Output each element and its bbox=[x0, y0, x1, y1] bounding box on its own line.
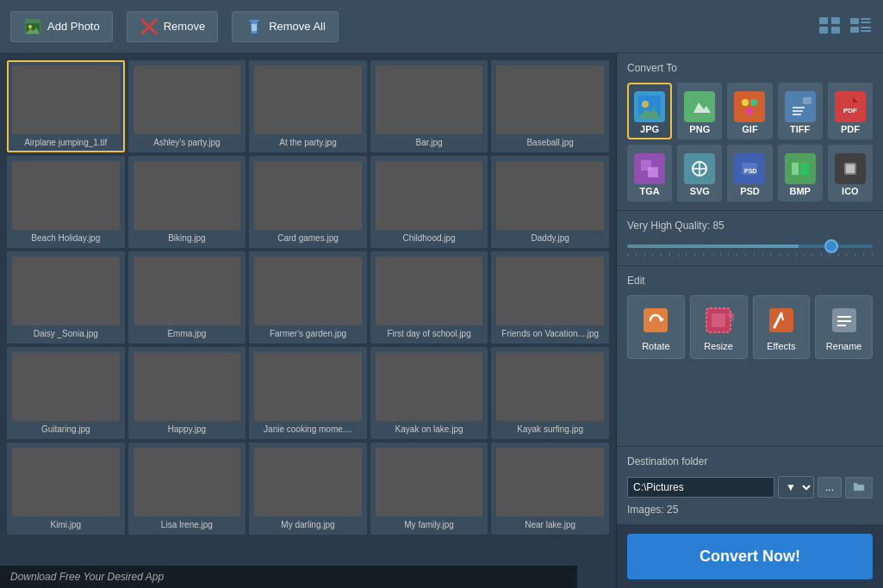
edit-icon-rename bbox=[827, 303, 861, 337]
svg-rect-50 bbox=[800, 163, 809, 175]
slider-tick bbox=[636, 253, 637, 257]
slider-tick bbox=[694, 253, 695, 257]
photo-item[interactable]: Beach Holiday.jpg bbox=[7, 156, 125, 248]
destination-dropdown[interactable]: ▼ bbox=[778, 476, 814, 498]
format-button-pdf[interactable]: PDFPDF bbox=[828, 83, 873, 139]
main-layout: Airplane jumping_1.tifAshley's party.jpg… bbox=[0, 53, 883, 588]
photo-item[interactable]: Guitaring.jpg bbox=[7, 347, 125, 439]
edit-button-effects[interactable]: Effects bbox=[753, 295, 811, 359]
format-icon-png bbox=[684, 91, 715, 122]
remove-icon bbox=[140, 17, 159, 36]
slider-tick bbox=[762, 253, 763, 257]
photo-name: Daddy.jpg bbox=[496, 233, 604, 243]
photo-item[interactable]: First day of school.jpg bbox=[370, 251, 488, 344]
photo-thumbnail bbox=[12, 65, 120, 134]
photo-thumbnail bbox=[134, 448, 241, 517]
grid-view-icon[interactable] bbox=[818, 15, 842, 37]
photo-item[interactable]: Friends on Vacation....jpg bbox=[491, 251, 609, 344]
photo-name: Guitaring.jpg bbox=[12, 424, 120, 434]
photo-thumbnail bbox=[134, 352, 241, 421]
photo-item[interactable]: Card games.jpg bbox=[249, 156, 367, 248]
photo-item[interactable]: Emma.jpg bbox=[128, 251, 246, 344]
photo-item[interactable]: Near lake.jpg bbox=[491, 443, 609, 535]
images-count: Images: 25 bbox=[627, 504, 873, 516]
photo-item[interactable]: Daisy _Sonia.jpg bbox=[7, 251, 125, 344]
photo-item[interactable]: Biking.jpg bbox=[128, 156, 246, 248]
slider-tick bbox=[652, 253, 653, 257]
remove-button[interactable]: Remove bbox=[127, 11, 218, 42]
photo-thumbnail bbox=[496, 352, 604, 421]
photo-item[interactable]: Childhood.jpg bbox=[370, 156, 488, 248]
slider-tick bbox=[745, 253, 746, 257]
remove-all-icon bbox=[245, 17, 264, 36]
format-grid: JPGPNGGIFTIFFPDFPDFTGASVGPSDPSDBMPICO bbox=[627, 83, 873, 201]
svg-rect-12 bbox=[819, 17, 828, 24]
edit-button-resize[interactable]: Resize bbox=[690, 295, 748, 359]
photo-item[interactable]: My family.jpg bbox=[370, 443, 488, 535]
add-photo-button[interactable]: + Add Photo bbox=[10, 11, 113, 42]
format-icon-ico bbox=[835, 153, 866, 184]
edit-button-rotate[interactable]: Rotate bbox=[627, 295, 685, 359]
format-button-svg[interactable]: SVG bbox=[677, 145, 722, 201]
photo-grid-area[interactable]: Airplane jumping_1.tifAshley's party.jpg… bbox=[0, 53, 616, 588]
photo-item[interactable]: Daddy.jpg bbox=[491, 156, 609, 248]
quality-section: Very High Quality: 85 bbox=[617, 211, 883, 266]
slider-tick bbox=[720, 253, 721, 257]
format-label: PDF bbox=[841, 124, 860, 134]
photo-name: First day of school.jpg bbox=[376, 329, 483, 338]
svg-point-29 bbox=[746, 108, 753, 115]
photo-thumbnail bbox=[496, 257, 604, 325]
bottom-bar-text: Download Free Your Desired App bbox=[10, 571, 164, 583]
format-button-tiff[interactable]: TIFF bbox=[778, 83, 823, 139]
browse-button[interactable]: ... bbox=[818, 477, 842, 498]
open-folder-button[interactable] bbox=[845, 477, 873, 498]
photo-item[interactable]: Baseball.jpg bbox=[491, 60, 609, 152]
format-button-gif[interactable]: GIF bbox=[727, 83, 772, 139]
photo-item[interactable]: Bar.jpg bbox=[370, 60, 488, 152]
photo-thumbnail bbox=[376, 448, 483, 517]
view-icons bbox=[818, 15, 873, 37]
photo-item[interactable]: Lisa Irene.jpg bbox=[128, 443, 246, 535]
photo-thumbnail bbox=[376, 65, 483, 134]
edit-icon-effects bbox=[764, 303, 799, 337]
convert-now-button[interactable]: Convert Now! bbox=[627, 534, 873, 579]
destination-input[interactable] bbox=[627, 477, 774, 498]
photo-item[interactable]: Kayak on lake.jpg bbox=[370, 347, 488, 439]
convert-now-section: Convert Now! bbox=[617, 525, 883, 588]
svg-point-23 bbox=[642, 101, 649, 108]
photo-item[interactable]: Kimi.jpg bbox=[7, 443, 125, 535]
format-button-jpg[interactable]: JPG bbox=[627, 83, 672, 139]
photo-name: Biking.jpg bbox=[134, 233, 241, 243]
photo-item[interactable]: Kayak surfing.jpg bbox=[491, 347, 609, 439]
photo-thumbnail bbox=[12, 161, 120, 230]
photo-name: Card games.jpg bbox=[254, 233, 362, 243]
slider-tick bbox=[661, 253, 662, 257]
edit-label: Rotate bbox=[642, 341, 669, 351]
format-button-tga[interactable]: TGA bbox=[627, 145, 672, 201]
remove-all-button[interactable]: Remove All bbox=[232, 11, 339, 42]
svg-rect-16 bbox=[850, 18, 859, 24]
photo-name: Baseball.jpg bbox=[496, 138, 604, 147]
photo-name: Daisy _Sonia.jpg bbox=[12, 329, 120, 338]
slider-tick bbox=[728, 253, 729, 257]
quality-slider[interactable] bbox=[627, 244, 873, 248]
photo-item[interactable]: Happy.jpg bbox=[128, 347, 246, 439]
format-button-png[interactable]: PNG bbox=[677, 83, 722, 139]
photo-item[interactable]: Farmer's garden.jpg bbox=[249, 251, 367, 344]
destination-title: Destination folder bbox=[627, 455, 873, 467]
format-button-ico[interactable]: ICO bbox=[828, 145, 873, 201]
photo-item[interactable]: At the party.jpg bbox=[249, 60, 367, 152]
edit-button-rename[interactable]: Rename bbox=[815, 295, 873, 359]
format-button-bmp[interactable]: BMP bbox=[778, 145, 823, 201]
photo-item[interactable]: Airplane jumping_1.tif bbox=[7, 60, 125, 152]
list-view-icon[interactable] bbox=[849, 15, 873, 37]
photo-item[interactable]: Janie cooking mome.... bbox=[249, 347, 367, 439]
format-button-psd[interactable]: PSDPSD bbox=[727, 145, 772, 201]
svg-rect-19 bbox=[850, 27, 859, 33]
edit-title: Edit bbox=[627, 275, 873, 287]
photo-thumbnail bbox=[254, 257, 362, 325]
photo-item[interactable]: My darling.jpg bbox=[249, 443, 367, 535]
slider-tick bbox=[821, 253, 822, 257]
format-label: PNG bbox=[689, 124, 710, 134]
photo-item[interactable]: Ashley's party.jpg bbox=[128, 60, 246, 152]
